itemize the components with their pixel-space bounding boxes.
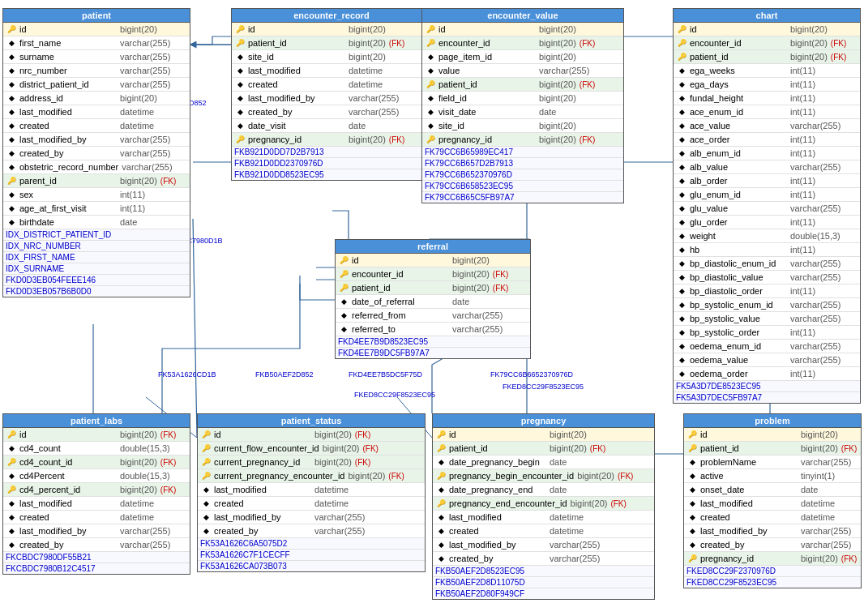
- table-pregnancy-header: pregnancy: [433, 414, 654, 428]
- table-referral-header: referral: [336, 240, 530, 254]
- table-row: 🔑patient_idbigint(20)(FK): [232, 36, 431, 50]
- fk-icon: 🔑: [200, 443, 212, 454]
- fk-label-row: FK79CC6B65989EC417: [422, 147, 623, 158]
- table-patient-header: patient: [3, 9, 190, 23]
- table-row: 🔑idbigint(20): [674, 23, 860, 36]
- col-icon: ◆: [686, 511, 698, 523]
- col-icon: ◆: [6, 79, 17, 90]
- table-row: 🔑cd4_count_idbigint(20)(FK): [3, 456, 190, 469]
- table-row: 🔑pregnancy_idbigint(20)(FK): [422, 133, 623, 147]
- table-chart: chart 🔑idbigint(20) 🔑encounter_idbigint(…: [673, 8, 861, 404]
- col-icon: ◆: [676, 134, 687, 145]
- table-row: ◆last_modifieddatetime: [3, 497, 190, 511]
- table-problem-header: problem: [684, 414, 861, 428]
- fk-label-row: FKED8CC29F8523EC95: [684, 577, 861, 588]
- table-patient-labs-header: patient_labs: [3, 414, 190, 428]
- fk-label-row: FK53A1626C7F1CECFF: [198, 550, 425, 561]
- table-row: ◆last_modifieddatetime: [684, 497, 861, 511]
- fk-icon: 🔑: [6, 484, 17, 495]
- fk-label-row: FK79CC6B658523EC95: [422, 181, 623, 192]
- table-row: ◆last_modifieddatetime: [433, 511, 654, 524]
- table-row: ◆created_byvarchar(255): [232, 105, 431, 119]
- fk-label-row: FKB50AEF2D8D11075D: [433, 577, 654, 588]
- col-icon: ◆: [200, 525, 212, 537]
- table-row: ◆page_item_idbigint(20): [422, 50, 623, 64]
- col-icon: ◆: [200, 484, 212, 495]
- fk-icon: 🔑: [425, 37, 436, 49]
- table-row: ◆glu_orderint(11): [674, 216, 860, 229]
- pk-icon: 🔑: [425, 24, 436, 35]
- col-icon: ◆: [425, 106, 436, 118]
- col-icon: ◆: [435, 553, 447, 564]
- table-row: ◆oedema_enum_idvarchar(255): [674, 340, 860, 353]
- table-row: ◆first_namevarchar(255): [3, 36, 190, 50]
- table-row: ◆created_byvarchar(255): [198, 524, 425, 538]
- table-row: 🔑idbigint(20): [684, 428, 861, 442]
- table-row: 🔑idbigint(20): [422, 23, 623, 36]
- fk-label-row: FKD0D3EB054FEEE146: [3, 275, 190, 286]
- table-row: ◆valuevarchar(255): [422, 64, 623, 78]
- table-row: ◆createddatetime: [3, 119, 190, 133]
- fk-label-row: FKB50AEF2D8523EC95: [433, 566, 654, 577]
- table-row: ◆ace_valuevarchar(255): [674, 119, 860, 133]
- table-row: ◆district_patient_idvarchar(255): [3, 78, 190, 92]
- table-row: ◆last_modified_byvarchar(255): [684, 524, 861, 538]
- pk-icon: 🔑: [676, 24, 687, 35]
- table-row: ◆created_byvarchar(255): [433, 552, 654, 566]
- table-pregnancy: pregnancy 🔑idbigint(20) 🔑patient_idbigin…: [432, 413, 655, 600]
- diagram-container: FKCBDC7980D1B FK53A1626CD1B FKB50AEF2D85…: [0, 0, 864, 616]
- table-row: ◆address_idbigint(20): [3, 92, 190, 105]
- table-row: ◆createddatetime: [198, 497, 425, 511]
- col-icon: ◆: [6, 511, 17, 523]
- col-icon: ◆: [338, 323, 349, 335]
- table-row: ◆bp_diastolic_orderint(11): [674, 284, 860, 298]
- fk-label-row: FK5A3D7DEC5FB97A7: [674, 392, 860, 403]
- table-row: ◆fundal_heightint(11): [674, 92, 860, 105]
- table-referral: referral 🔑idbigint(20) 🔑encounter_idbigi…: [335, 239, 531, 359]
- table-row: 🔑patient_idbigint(20)(FK): [433, 442, 654, 456]
- table-row: ◆ace_enum_idint(11): [674, 105, 860, 119]
- table-row: ◆sexint(11): [3, 188, 190, 202]
- index-row: IDX_DISTRICT_PATIENT_ID: [3, 229, 190, 241]
- col-icon: ◆: [234, 120, 246, 131]
- col-icon: ◆: [6, 525, 17, 537]
- table-patient-status: patient_status 🔑idbigint(20)(FK) 🔑curren…: [197, 413, 426, 572]
- table-row: ◆alb_valuevarchar(255): [674, 160, 860, 174]
- table-row: ◆glu_enum_idint(11): [674, 188, 860, 202]
- table-row: ◆nrc_numbervarchar(255): [3, 64, 190, 78]
- table-row: ◆ace_orderint(11): [674, 133, 860, 147]
- table-row: ◆field_idbigint(20): [422, 92, 623, 105]
- pk-icon: 🔑: [234, 24, 246, 35]
- fk-label-row: FK79CC6B652370976D: [422, 169, 623, 181]
- table-row: ◆glu_valuevarchar(255): [674, 202, 860, 216]
- fk-icon: 🔑: [676, 37, 687, 49]
- table-row: 🔑pregnancy_end_encounter_idbigint(20)(FK…: [433, 497, 654, 511]
- table-row: 🔑encounter_idbigint(20)(FK): [336, 267, 530, 281]
- svg-text:FK53A1626CD1B: FK53A1626CD1B: [158, 370, 216, 379]
- col-icon: ◆: [676, 327, 687, 338]
- table-row: 🔑idbigint(20)(FK): [198, 428, 425, 442]
- col-icon: ◆: [6, 37, 17, 49]
- col-icon: ◆: [676, 272, 687, 283]
- pk-icon: 🔑: [338, 255, 349, 266]
- table-row: ◆activetinyint(1): [684, 469, 861, 483]
- col-icon: ◆: [6, 92, 17, 104]
- table-patient-labs: patient_labs 🔑idbigint(20)(FK) ◆cd4_coun…: [2, 413, 190, 575]
- col-icon: ◆: [338, 310, 349, 321]
- col-icon: ◆: [676, 368, 687, 379]
- fk-icon: 🔑: [435, 443, 447, 454]
- fk-icon: 🔑: [338, 282, 349, 293]
- fk-label-row: FKD4EE7B9DC5FB97A7: [336, 348, 530, 358]
- col-icon: ◆: [676, 161, 687, 173]
- col-icon: ◆: [6, 216, 17, 228]
- table-row: 🔑idbigint(20): [232, 23, 431, 36]
- table-row: 🔑patient_idbigint(20)(FK): [422, 78, 623, 92]
- col-icon: ◆: [676, 258, 687, 269]
- table-row: 🔑pregnancy_begin_encounter_idbigint(20)(…: [433, 469, 654, 483]
- table-row: ◆site_idbigint(20): [422, 119, 623, 133]
- fk-icon: 🔑: [425, 134, 436, 145]
- fk-icon: 🔑: [234, 37, 246, 49]
- table-row: 🔑cd4_percent_idbigint(20)(FK): [3, 483, 190, 497]
- col-icon: ◆: [6, 51, 17, 62]
- table-problem: problem 🔑idbigint(20) 🔑patient_idbigint(…: [683, 413, 862, 588]
